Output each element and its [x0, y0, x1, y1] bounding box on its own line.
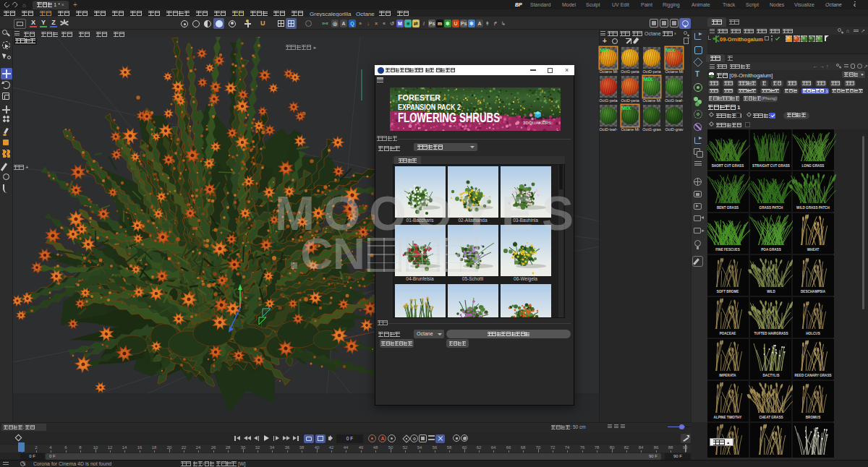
svg-text:BENT GRASS: BENT GRASS: [717, 206, 739, 210]
svg-text:FLOWERING SHRUBS: FLOWERING SHRUBS: [398, 111, 500, 125]
svg-text:BROMUS: BROMUS: [806, 416, 820, 419]
svg-text:FINE FESCUES: FINE FESCUES: [715, 248, 739, 252]
svg-text:POACEAE: POACEAE: [720, 332, 736, 335]
svg-text:DESCHAMPSIA: DESCHAMPSIA: [801, 290, 826, 294]
svg-text:FORESTER: FORESTER: [398, 93, 441, 102]
svg-text:ALPINE TIMOTHY: ALPINE TIMOTHY: [714, 416, 742, 419]
svg-text:GRASS PATCH: GRASS PATCH: [760, 206, 783, 210]
svg-text:3DQUAKERS: 3DQUAKERS: [523, 120, 551, 125]
svg-text:WILD GRASS PATCH: WILD GRASS PATCH: [796, 206, 830, 210]
svg-text:CHEAT GRASS: CHEAT GRASS: [759, 416, 783, 419]
svg-text:SOFT BROME: SOFT BROME: [717, 290, 739, 294]
svg-text:WHEAT: WHEAT: [807, 248, 820, 252]
svg-text:STRAIGHT CUT GRASS: STRAIGHT CUT GRASS: [752, 164, 790, 168]
svg-text:REED CANARY GRASS: REED CANARY GRASS: [794, 374, 831, 377]
svg-text:DACTYLIS: DACTYLIS: [763, 374, 780, 377]
svg-text:IMPERATA: IMPERATA: [719, 374, 736, 377]
svg-text:WILD: WILD: [767, 290, 775, 294]
svg-text:POA GRASS: POA GRASS: [761, 248, 780, 252]
svg-text:HOLCUS: HOLCUS: [806, 332, 820, 335]
svg-text:SHORT CUT GRASS: SHORT CUT GRASS: [712, 164, 744, 168]
svg-text:LONG GRASS: LONG GRASS: [802, 164, 825, 168]
svg-text:TUFTED HAIRGRASS: TUFTED HAIRGRASS: [754, 332, 788, 335]
